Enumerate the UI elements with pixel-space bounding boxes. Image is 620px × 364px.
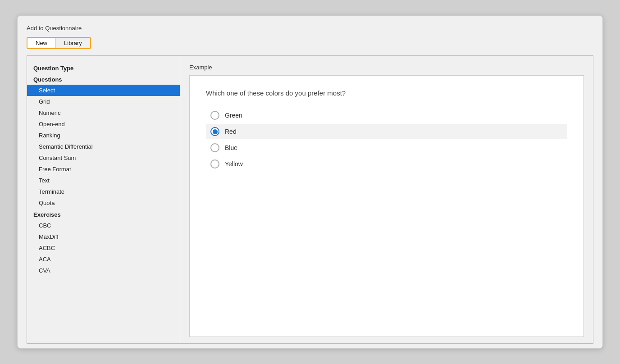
- list-item-free-format[interactable]: Free Format: [27, 164, 180, 175]
- list-item-quota[interactable]: Quota: [27, 197, 180, 209]
- option-row-yellow[interactable]: Yellow: [206, 156, 567, 172]
- example-box: Which one of these colors do you prefer …: [189, 75, 584, 337]
- list-item-select[interactable]: Select: [27, 85, 180, 96]
- list-item-constant-sum[interactable]: Constant Sum: [27, 152, 180, 164]
- list-item-maxdiff[interactable]: MaxDiff: [27, 231, 180, 242]
- list-item-semantic-differential[interactable]: Semantic Differential: [27, 141, 180, 152]
- option-row-green[interactable]: Green: [206, 108, 567, 123]
- tab-bar: New Library: [27, 37, 593, 49]
- radio-red[interactable]: [210, 127, 219, 136]
- list-item-cva[interactable]: CVA: [27, 265, 180, 276]
- list-item-grid[interactable]: Grid: [27, 96, 180, 107]
- section-questions-label: Questions: [27, 73, 180, 85]
- right-panel: Example Which one of these colors do you…: [180, 56, 593, 343]
- option-label-yellow: Yellow: [225, 160, 243, 168]
- list-item-open-end[interactable]: Open-end: [27, 118, 180, 130]
- radio-blue[interactable]: [210, 143, 219, 152]
- question-type-label: Question Type: [27, 62, 180, 73]
- list-item-text[interactable]: Text: [27, 175, 180, 186]
- option-row-blue[interactable]: Blue: [206, 140, 567, 155]
- option-label-red: Red: [225, 128, 237, 135]
- tab-bar-inner: New Library: [27, 37, 91, 49]
- left-panel: Question Type Questions Select Grid Nume…: [27, 56, 180, 343]
- example-label: Example: [189, 64, 584, 71]
- tab-new[interactable]: New: [27, 38, 56, 48]
- option-label-blue: Blue: [225, 144, 237, 151]
- main-window: Add to Questionnaire New Library Questio…: [17, 15, 603, 349]
- radio-green[interactable]: [210, 111, 219, 120]
- radio-yellow[interactable]: [210, 159, 219, 168]
- option-row-red[interactable]: Red: [206, 124, 567, 139]
- option-label-green: Green: [225, 112, 242, 119]
- list-item-aca[interactable]: ACA: [27, 254, 180, 265]
- question-text: Which one of these colors do you prefer …: [206, 89, 567, 97]
- radio-inner-red: [213, 129, 218, 134]
- list-item-terminate[interactable]: Terminate: [27, 186, 180, 197]
- list-item-numeric[interactable]: Numeric: [27, 107, 180, 118]
- section-exercises-label: Exercises: [27, 209, 180, 220]
- main-area: Question Type Questions Select Grid Nume…: [27, 55, 593, 344]
- list-item-cbc[interactable]: CBC: [27, 220, 180, 231]
- list-item-ranking[interactable]: Ranking: [27, 130, 180, 141]
- list-item-acbc[interactable]: ACBC: [27, 242, 180, 254]
- window-title: Add to Questionnaire: [27, 25, 593, 32]
- tab-library[interactable]: Library: [56, 38, 90, 48]
